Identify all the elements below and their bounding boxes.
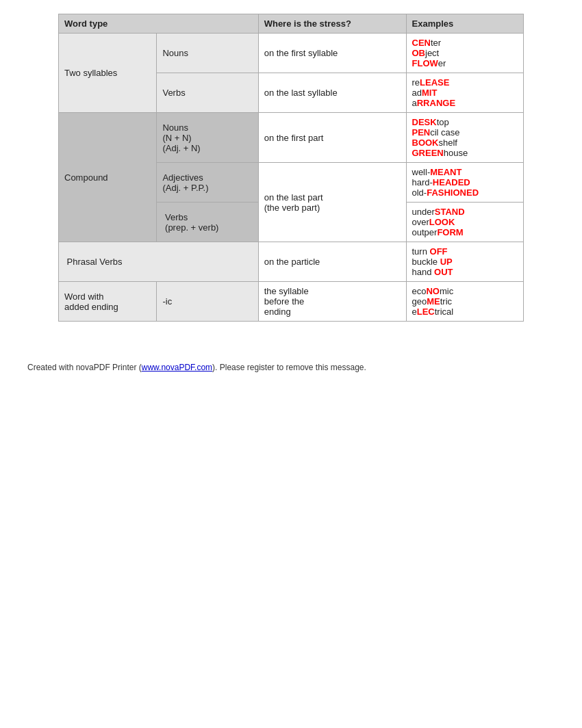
example-text: geoMEtric [412,296,453,307]
table-row: Compound Nouns(N + N)(Adj. + N) on the f… [59,113,524,163]
example-text: reLEASE [412,77,450,88]
cell-particle: on the particle [258,242,406,282]
cell-verbs-two: Verbs [157,73,258,113]
header-word-type: Word type [59,14,259,34]
cell-examples-verbs-compound: underSTAND overLOOK outperFORM [406,203,524,242]
example-text: turn OFF [412,246,448,257]
stressed: RRANGE [417,98,455,108]
cell-word-added-ending: Word withadded ending [59,282,157,322]
cell-examples-nouns-compound: DESKtop PENcil case BOOKshelf GREENhouse [406,113,524,163]
example-text: eLECtrical [412,307,454,317]
example-text: hard-HEADED [412,177,470,187]
example-text: PENcil case [412,127,460,138]
example-text: GREENhouse [412,148,468,158]
example-text: old-FASHIONED [412,187,479,198]
table-row: Word withadded ending -ic the syllablebe… [59,282,524,322]
example-text: overLOOK [412,217,455,227]
example-text: ecoNOmic [412,286,454,296]
stressed: FLOW [412,58,438,68]
cell-first-syllable: on the first syllable [258,34,406,73]
example-text: aRRANGE [412,98,456,108]
footer-text-before: Created with novaPDF Printer ( [27,363,142,372]
cell-nouns-compound: Nouns(N + N)(Adj. + N) [157,113,258,163]
stress-table: Word type Where is the stress? Examples … [58,14,524,322]
cell-syllable-before: the syllablebefore theending [258,282,406,322]
stressed: FORM [437,227,463,237]
example-text: hand OUT [412,267,453,277]
cell-nouns: Nouns [157,34,258,73]
table-row: Phrasal Verbs on the particle turn OFF b… [59,242,524,282]
stressed: GREEN [412,148,444,158]
cell-first-part: on the first part [258,113,406,163]
cell-examples-ic: ecoNOmic geoMEtric eLECtrical [406,282,524,322]
stressed: HEADED [433,177,470,187]
stressed: BOOK [412,138,439,148]
stressed: STAND [435,207,465,217]
stressed: OB [412,48,426,58]
cell-ic: -ic [157,282,258,322]
stressed: LOOK [429,217,455,227]
cell-examples-nouns-two: CENter OBject FLOWer [406,34,524,73]
example-text: CENter [412,38,442,48]
stressed: NO [426,286,440,296]
example-text: OBject [412,48,440,58]
cell-phrasal-verbs: Phrasal Verbs [59,242,259,282]
stressed: PEN [412,127,431,138]
table-row: Two syllables Nouns on the first syllabl… [59,34,524,73]
example-text: adMIT [412,88,438,98]
stressed: ME [427,296,440,307]
stressed: MIT [422,88,437,98]
cell-examples-phrasal: turn OFF buckle UP hand OUT [406,242,524,282]
cell-compound: Compound [59,113,157,242]
footer: Created with novaPDF Printer (www.novaPD… [14,363,568,372]
cell-adjectives-compound: Adjectives(Adj. + P.P.) [157,163,258,203]
cell-last-syllable: on the last syllable [258,73,406,113]
example-text: buckle UP [412,257,453,267]
stressed: MEANT [430,167,461,177]
cell-examples-adj-compound: well-MEANT hard-HEADED old-FASHIONED [406,163,524,203]
cell-verbs-compound: Verbs (prep. + verb) [157,203,258,242]
main-table-wrapper: Word type Where is the stress? Examples … [58,14,524,322]
footer-link[interactable]: www.novaPDF.com [142,363,212,372]
header-examples: Examples [406,14,524,34]
stressed: LEC [417,307,435,317]
cell-last-part: on the last part(the verb part) [258,163,406,242]
example-text: underSTAND [412,207,465,217]
cell-examples-verbs-two: reLEASE adMIT aRRANGE [406,73,524,113]
stressed: LEASE [420,77,449,88]
stressed: DESK [412,117,437,127]
example-text: well-MEANT [412,167,462,177]
example-text: FLOWer [412,58,446,68]
cell-two-syllables: Two syllables [59,34,157,113]
stressed: OUT [434,267,453,277]
example-text: outperFORM [412,227,464,237]
footer-text-after: ). Please register to remove this messag… [212,363,366,372]
stressed: CEN [412,38,431,48]
stressed: FASHIONED [427,187,479,198]
table-header-row: Word type Where is the stress? Examples [59,14,524,34]
example-text: BOOKshelf [412,138,457,148]
header-stress: Where is the stress? [258,14,406,34]
stressed: OFF [430,246,448,257]
stressed: UP [440,257,453,267]
example-text: DESKtop [412,117,449,127]
